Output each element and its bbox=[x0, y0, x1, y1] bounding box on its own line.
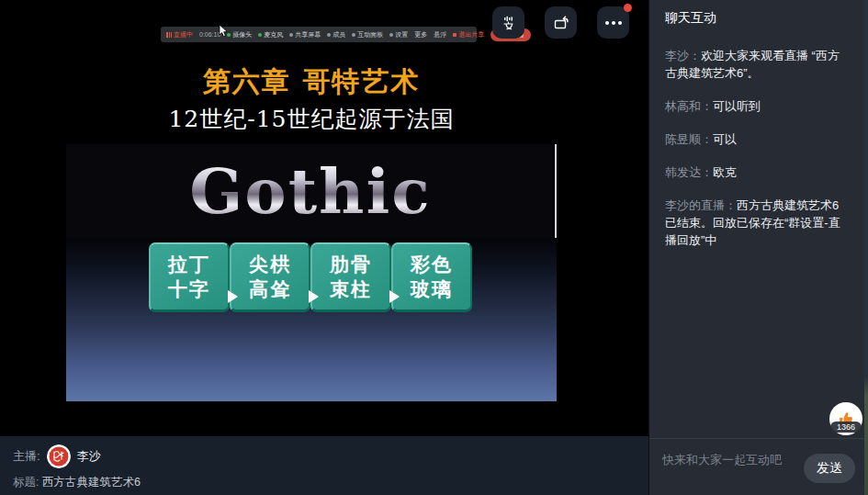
host-label: 主播: bbox=[13, 448, 40, 465]
arrow-right-icon bbox=[309, 290, 319, 303]
more-icon bbox=[605, 21, 622, 25]
chat-panel: 聊天互动 李沙：欢迎大家来观看直播 “西方古典建筑艺术6”。 林高和：可以听到 … bbox=[648, 0, 864, 495]
notification-dot bbox=[624, 4, 632, 12]
more-options-button[interactable] bbox=[597, 6, 629, 39]
members-icon bbox=[327, 33, 331, 37]
chat-input[interactable] bbox=[662, 453, 795, 467]
chat-icon bbox=[352, 33, 355, 37]
slide-chapter-title: 第六章 哥特艺术 bbox=[66, 63, 557, 101]
like-count-badge: 1366 bbox=[830, 422, 862, 433]
arrow-right-icon bbox=[228, 290, 238, 303]
toolbar-item-more[interactable]: 更多 bbox=[414, 30, 427, 39]
live-signal-icon bbox=[166, 32, 172, 38]
toolbar-item-interaction[interactable]: 互动面板 bbox=[352, 30, 383, 39]
presentation-slide: 第六章 哥特艺术 12世纪-15世纪起源于法国 Gothic 拉丁 十字 尖栱 … bbox=[66, 51, 557, 401]
toolbar-item-exit-share[interactable]: 退出共享 bbox=[453, 30, 484, 39]
chat-message-list: 李沙：欢迎大家来观看直播 “西方古典建筑艺术6”。 林高和：可以听到 陈昱顺：可… bbox=[649, 36, 864, 249]
chat-message: 韩发达：欧克 bbox=[665, 163, 849, 181]
microphone-icon bbox=[258, 33, 262, 37]
slide-subtitle: 12世纪-15世纪起源于法国 bbox=[66, 104, 557, 134]
rotate-screen-icon bbox=[552, 14, 570, 32]
rotate-screen-button[interactable] bbox=[545, 6, 577, 39]
gothic-word: Gothic bbox=[189, 160, 432, 222]
mouse-cursor bbox=[219, 25, 230, 38]
toolbar-item-share-screen[interactable]: 共享屏幕 bbox=[289, 30, 321, 39]
feature-box-pointed-arch: 尖栱 高耸 bbox=[230, 242, 310, 312]
toolbar-item-mic[interactable]: 麦克风 bbox=[258, 30, 283, 39]
chat-message: 陈昱顺：可以 bbox=[665, 130, 849, 148]
chat-message: 林高和：可以听到 bbox=[665, 97, 849, 115]
arrow-right-icon bbox=[389, 290, 400, 303]
voice-translate-button[interactable] bbox=[492, 6, 524, 39]
host-avatar bbox=[47, 444, 71, 468]
chat-panel-title: 聊天互动 bbox=[649, 0, 864, 36]
gothic-banner-image: Gothic bbox=[66, 144, 557, 238]
desktop-edge-strip bbox=[864, 0, 868, 495]
exit-icon bbox=[453, 33, 457, 37]
stream-title-row: 标题: 西方古典建筑艺术6 bbox=[13, 475, 141, 490]
feature-box-stained-glass: 彩色 玻璃 bbox=[391, 242, 472, 312]
toolbar-item-settings[interactable]: 设置 bbox=[389, 30, 408, 39]
video-area: 第六章 哥特艺术 12世纪-15世纪起源于法国 Gothic 拉丁 十字 尖栱 … bbox=[0, 0, 648, 436]
feature-box-latin-cross: 拉丁 十字 bbox=[149, 242, 230, 312]
toolbar-item-members[interactable]: 成员 bbox=[327, 30, 345, 39]
chat-input-bar: 发送 bbox=[649, 438, 864, 495]
toolbar-item-float[interactable]: 悬浮 bbox=[434, 30, 446, 39]
screen-share-toolbar: 直播中 0:06:10 摄像头 麦克风 共享屏幕 成员 互动面板 bbox=[161, 27, 477, 42]
stream-title: 西方古典建筑艺术6 bbox=[42, 476, 141, 489]
feature-box-rib-vault: 肋骨 束柱 bbox=[310, 242, 391, 312]
like-widget: 1366 bbox=[829, 402, 862, 435]
voice-translate-icon bbox=[501, 15, 517, 31]
host-info-bar: 主播: 李沙 标题: 西方古典建筑艺术6 bbox=[0, 436, 648, 495]
host-name: 李沙 bbox=[77, 448, 101, 465]
send-button[interactable]: 发送 bbox=[804, 454, 855, 483]
chat-message: 李沙：欢迎大家来观看直播 “西方古典建筑艺术6”。 bbox=[665, 47, 849, 82]
toolbar-item-camera[interactable]: 摄像头 bbox=[227, 30, 252, 39]
title-label: 标题: bbox=[13, 476, 39, 489]
host-row: 主播: 李沙 bbox=[13, 444, 101, 468]
feature-boxes-row: 拉丁 十字 尖栱 高耸 肋骨 束柱 彩色 玻璃 bbox=[149, 242, 557, 312]
screen-icon bbox=[289, 33, 293, 37]
live-stream-window: 第六章 哥特艺术 12世纪-15世纪起源于法国 Gothic 拉丁 十字 尖栱 … bbox=[0, 0, 868, 495]
gear-icon bbox=[389, 33, 393, 37]
chat-system-message: 李沙的直播：西方古典建筑艺术6 已结束。回放已保存在“群设置-直播回放”中 bbox=[665, 197, 849, 249]
live-timer: 0:06:10 bbox=[199, 31, 220, 38]
live-status-indicator: 直播中 bbox=[166, 30, 193, 39]
